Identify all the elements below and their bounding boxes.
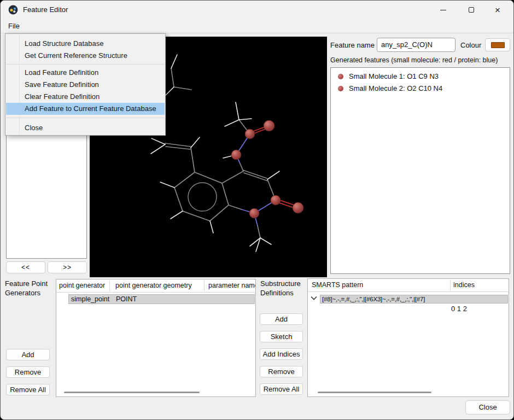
file-menu-dropdown: Load Structure Database Get Current Refe…	[5, 33, 166, 136]
table-header-row: point generator point generator geometry…	[56, 279, 255, 293]
close-button[interactable]: ×	[485, 1, 510, 19]
table-header-row: SMARTS pattern indices	[308, 279, 509, 292]
fpg-add-button[interactable]: Add	[6, 349, 50, 360]
horizontal-scrollbar[interactable]	[64, 392, 200, 393]
close-icon: ×	[495, 5, 500, 15]
red-sphere-icon	[338, 86, 343, 91]
generated-features-label: Generated features (small molecule: red …	[330, 56, 498, 64]
menu-item-clear-feature-definition[interactable]: Clear Feature Definition	[6, 91, 165, 103]
feature-point-generators-label: Feature Point Generators	[5, 279, 55, 298]
minimize-button[interactable]	[430, 1, 455, 19]
menu-item-close[interactable]: Close	[6, 122, 165, 134]
fpg-remove-all-button[interactable]: Remove All	[6, 384, 50, 395]
smarts-table[interactable]: SMARTS pattern indices [#8]~,-,=,#,_,:,"…	[307, 278, 509, 397]
table-row[interactable]: simple_point POINT	[68, 294, 255, 304]
horizontal-scrollbar[interactable]	[318, 392, 431, 393]
column-header-point-generator[interactable]: point generator	[59, 282, 105, 289]
sd-add-indices-button[interactable]: Add Indices	[260, 348, 303, 360]
menu-item-get-current-reference-structure[interactable]: Get Current Reference Structure	[6, 50, 165, 62]
maximize-icon	[469, 7, 474, 13]
list-item[interactable]: Small Molecule 2: O2 C10 N4	[331, 83, 509, 95]
sd-remove-button[interactable]: Remove	[260, 366, 303, 377]
colour-swatch-icon	[491, 42, 505, 48]
minimize-icon	[440, 10, 446, 10]
column-header-smarts-pattern[interactable]: SMARTS pattern	[312, 281, 363, 289]
menubar: File	[1, 19, 513, 33]
menu-file[interactable]: File	[6, 21, 22, 31]
window-title: Feature Editor	[23, 5, 68, 14]
table-row[interactable]: [#8]~,-,=,#,_,:,",|[#6X3]~,-,=,#,_,:,",|…	[320, 295, 508, 304]
feature-editor-window: Feature Editor × File << >>	[0, 0, 514, 420]
colour-picker-button[interactable]	[485, 38, 510, 51]
titlebar[interactable]: Feature Editor ×	[1, 1, 513, 19]
previous-structure-button[interactable]: <<	[6, 261, 45, 273]
app-icon	[8, 5, 18, 15]
colour-label: Colour	[460, 41, 481, 49]
fpg-remove-button[interactable]: Remove	[6, 366, 50, 378]
column-header-parameter-name[interactable]: parameter name	[208, 282, 256, 289]
dialog-close-button[interactable]: Close	[465, 400, 510, 415]
feature-name-label: Feature name	[330, 41, 375, 49]
menu-item-add-feature-to-current-feature-database[interactable]: Add Feature to Current Feature Database	[6, 103, 165, 115]
chevron-down-icon[interactable]	[311, 296, 317, 300]
indices-cell: 0 1 2	[451, 305, 467, 313]
sd-remove-all-button[interactable]: Remove All	[260, 383, 303, 395]
maximize-button[interactable]	[459, 1, 484, 19]
sd-add-button[interactable]: Add	[260, 313, 303, 325]
feature-name-input[interactable]: any_sp2_C(O)N	[377, 38, 455, 52]
substructure-definitions-label: Substructure Definitions	[260, 279, 307, 298]
point-generator-table[interactable]: point generator point generator geometry…	[56, 279, 256, 397]
menu-item-load-feature-definition[interactable]: Load Feature Definition	[6, 67, 165, 79]
next-structure-button[interactable]: >>	[48, 261, 87, 273]
menu-item-load-structure-database[interactable]: Load Structure Database	[6, 38, 165, 50]
column-header-geometry[interactable]: point generator geometry	[115, 282, 192, 289]
sd-sketch-button[interactable]: Sketch	[260, 331, 303, 342]
generated-features-list[interactable]: Small Molecule 1: O1 C9 N3 Small Molecul…	[330, 67, 510, 274]
column-header-indices[interactable]: indices	[453, 281, 475, 289]
list-item[interactable]: Small Molecule 1: O1 C9 N3	[331, 71, 509, 83]
smarts-pattern-cell: [#8]~,-,=,#,_,:,",|[#6X3]~,-,=,#,_,:,",|…	[322, 296, 425, 302]
red-sphere-icon	[338, 74, 343, 79]
menu-item-save-feature-definition[interactable]: Save Feature Definition	[6, 79, 165, 91]
